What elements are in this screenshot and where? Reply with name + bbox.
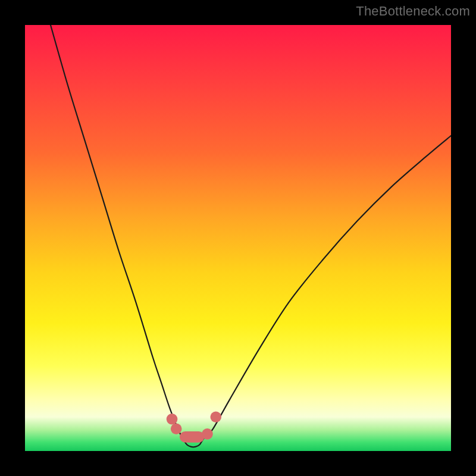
watermark-text: TheBottleneck.com <box>356 4 470 19</box>
marker-dot <box>210 411 221 422</box>
curve-line <box>51 25 451 447</box>
min-markers <box>167 411 221 442</box>
chart-svg <box>25 25 451 451</box>
marker-dot <box>171 423 182 434</box>
chart-frame: TheBottleneck.com <box>0 0 476 476</box>
marker-slug <box>180 431 205 443</box>
plot-area <box>25 25 451 451</box>
marker-dot <box>167 414 178 425</box>
marker-dot <box>202 428 213 440</box>
bottleneck-curve <box>51 25 451 447</box>
